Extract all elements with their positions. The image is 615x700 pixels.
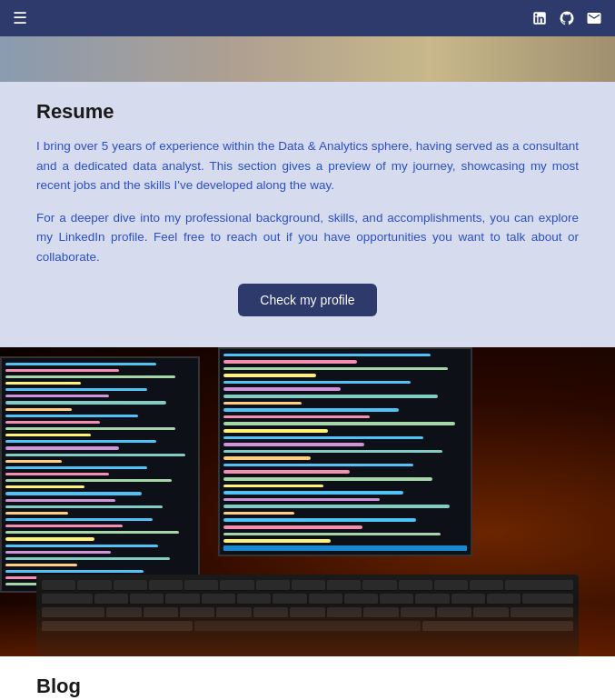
check-profile-button[interactable]: Check my profile (238, 284, 376, 316)
navbar-icons (531, 10, 602, 27)
resume-paragraph-2: For a deeper dive into my professional b… (36, 208, 579, 267)
resume-paragraph-1: I bring over 5 years of experience withi… (36, 136, 579, 195)
blog-section: Blog In my data and analytics blog, I sh… (0, 656, 615, 700)
resume-title: Resume (36, 100, 579, 124)
navbar: ☰ (0, 0, 615, 36)
code-image-section (0, 347, 615, 656)
monitor-left (0, 356, 200, 593)
top-image-strip (0, 36, 615, 82)
linkedin-icon[interactable] (531, 10, 548, 27)
resume-section: Resume I bring over 5 years of experienc… (0, 82, 615, 347)
blog-title: Blog (36, 675, 579, 698)
monitor-right (218, 347, 472, 556)
linkedin-profile-link[interactable]: LinkedIn profile (59, 230, 144, 244)
keyboard (36, 575, 579, 656)
email-icon[interactable] (586, 10, 602, 27)
hamburger-icon[interactable]: ☰ (13, 8, 27, 28)
github-icon[interactable] (559, 10, 575, 27)
